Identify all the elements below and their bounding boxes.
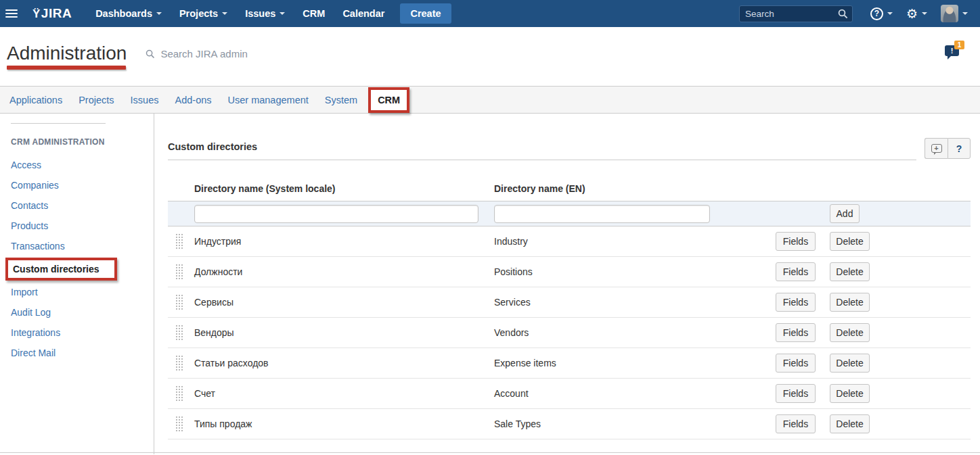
sidebar-item-contacts[interactable]: Contacts — [11, 195, 154, 216]
delete-button[interactable]: Delete — [830, 293, 870, 312]
new-directory-name-local-input[interactable] — [194, 205, 478, 223]
new-directory-name-en-input[interactable] — [494, 205, 710, 223]
admin-header: Administration Search JIRA admin ! 1 — [0, 27, 980, 87]
tab-add-ons[interactable]: Add-ons — [167, 95, 220, 105]
crm-admin-sidebar: CRM ADMINISTRATION AccessCompaniesContac… — [0, 114, 154, 454]
table-row: ИндустрияIndustryFieldsDelete — [168, 226, 971, 257]
fields-button[interactable]: Fields — [776, 232, 816, 251]
feedback-button[interactable]: + — [925, 138, 948, 159]
directory-name-en: Industry — [494, 236, 776, 247]
search-input[interactable] — [739, 5, 853, 22]
admin-settings-menu[interactable]: ⚙ — [901, 0, 933, 27]
sidebar-section-title: CRM ADMINISTRATION — [11, 135, 154, 149]
navbar-search — [739, 5, 853, 22]
nav-item-dashboards[interactable]: Dashboards — [87, 0, 171, 27]
tab-projects[interactable]: Projects — [70, 95, 122, 105]
drag-handle-icon[interactable] — [175, 294, 183, 311]
delete-button[interactable]: Delete — [830, 323, 870, 342]
drag-handle-icon[interactable] — [175, 233, 183, 250]
add-button[interactable]: Add — [830, 204, 860, 223]
sidebar-item-import[interactable]: Import — [11, 282, 154, 302]
fields-button[interactable]: Fields — [776, 414, 816, 433]
nav-item-label: Issues — [245, 8, 275, 19]
jira-logo[interactable]: Ÿ JIRA — [32, 6, 72, 21]
custom-directories-panel: Custom directories + ? Directory name (S… — [154, 114, 980, 454]
sidebar-item-custom-directories[interactable]: Custom directories — [5, 258, 117, 281]
jira-charlie-icon: Ÿ — [32, 7, 41, 21]
delete-button[interactable]: Delete — [830, 414, 870, 433]
directory-name-en: Services — [494, 297, 776, 308]
delete-button[interactable]: Delete — [830, 232, 870, 251]
column-header-en: Directory name (EN) — [494, 183, 776, 194]
fields-button[interactable]: Fields — [776, 262, 816, 281]
chevron-down-icon — [280, 12, 285, 15]
sidebar-item-direct-mail[interactable]: Direct Mail — [11, 343, 154, 363]
directory-name-local: Счет — [194, 388, 494, 399]
tab-crm[interactable]: CRM — [368, 87, 409, 113]
annotation-underline — [7, 66, 126, 70]
tab-issues[interactable]: Issues — [122, 95, 167, 105]
sidebar-item-companies[interactable]: Companies — [11, 175, 154, 195]
hamburger-menu-icon[interactable] — [5, 0, 23, 27]
delete-button[interactable]: Delete — [830, 384, 870, 403]
directory-name-local: Статьи расходов — [194, 358, 494, 368]
user-profile-menu[interactable] — [935, 0, 973, 27]
navbar-right-section: ? ⚙ — [739, 0, 973, 27]
sidebar-item-access[interactable]: Access — [11, 155, 154, 175]
chevron-down-icon — [156, 12, 162, 15]
section-title: Custom directories — [168, 141, 257, 152]
tab-system[interactable]: System — [317, 95, 365, 105]
drag-handle-icon[interactable] — [175, 325, 183, 341]
notifications-button[interactable]: ! 1 — [945, 41, 968, 61]
search-icon — [146, 49, 155, 59]
sidebar-item-audit-log[interactable]: Audit Log — [11, 302, 154, 322]
directory-name-local: Сервисы — [194, 297, 494, 308]
table-row: СервисыServicesFieldsDelete — [168, 287, 971, 318]
add-directory-row: Add — [168, 201, 971, 226]
table-header-row: Directory name (System locale) Directory… — [168, 175, 971, 201]
nav-item-calendar[interactable]: Calendar — [334, 0, 393, 27]
directory-name-en: Account — [494, 388, 776, 399]
admin-tab-bar: ApplicationsProjectsIssuesAdd-onsUser ma… — [0, 87, 980, 114]
help-button[interactable]: ? — [948, 138, 971, 159]
search-icon — [838, 9, 848, 19]
sidebar-item-transactions[interactable]: Transactions — [11, 236, 154, 256]
help-menu[interactable]: ? — [865, 0, 898, 27]
directory-name-en: Vendors — [494, 327, 776, 338]
tab-user-management[interactable]: User management — [220, 95, 317, 105]
drag-handle-icon[interactable] — [175, 264, 183, 281]
help-icon: ? — [870, 7, 883, 20]
sidebar-item-integrations[interactable]: Integrations — [11, 322, 154, 343]
fields-button[interactable]: Fields — [776, 354, 816, 373]
sidebar-item-products[interactable]: Products — [11, 216, 154, 236]
delete-button[interactable]: Delete — [830, 262, 870, 281]
table-row: Типы продажSale TypesFieldsDelete — [168, 409, 971, 439]
drag-handle-icon[interactable] — [175, 416, 183, 433]
table-row: ВендорыVendorsFieldsDelete — [168, 318, 971, 348]
drag-handle-icon[interactable] — [175, 355, 183, 372]
directory-name-local: Индустрия — [194, 236, 494, 247]
sidebar-divider — [11, 123, 106, 124]
create-button[interactable]: Create — [400, 3, 451, 24]
nav-item-crm[interactable]: CRM — [294, 0, 334, 27]
fields-button[interactable]: Fields — [776, 323, 816, 342]
directory-name-local: Вендоры — [194, 327, 494, 338]
drag-handle-icon[interactable] — [175, 385, 183, 402]
nav-item-label: Projects — [179, 8, 218, 19]
admin-search-field[interactable]: Search JIRA admin — [146, 48, 247, 59]
gear-icon: ⚙ — [906, 7, 918, 20]
directory-name-en: Positions — [494, 266, 776, 277]
nav-item-projects[interactable]: Projects — [171, 0, 236, 27]
chevron-down-icon — [922, 12, 927, 15]
directory-name-local: Должности — [194, 266, 494, 277]
top-navbar: Ÿ JIRA DashboardsProjectsIssuesCRMCalend… — [0, 0, 980, 27]
table-row: ДолжностиPositionsFieldsDelete — [168, 257, 971, 287]
delete-button[interactable]: Delete — [830, 354, 870, 373]
directory-name-en: Sale Types — [494, 418, 776, 429]
tab-applications[interactable]: Applications — [1, 95, 70, 105]
fields-button[interactable]: Fields — [776, 384, 816, 403]
custom-directories-table: Directory name (System locale) Directory… — [168, 175, 971, 439]
fields-button[interactable]: Fields — [776, 293, 816, 312]
nav-item-issues[interactable]: Issues — [236, 0, 294, 27]
page-footer-divider — [0, 452, 980, 453]
